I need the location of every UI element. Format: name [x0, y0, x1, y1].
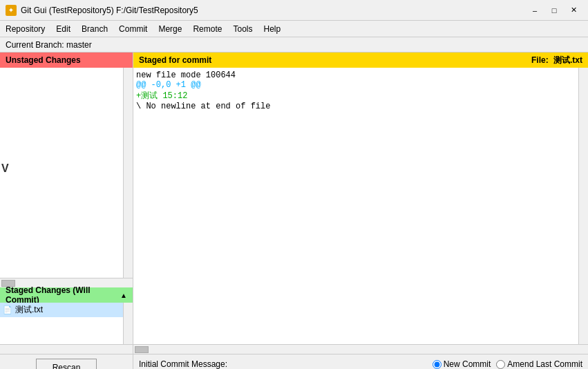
commit-msg-section: Initial Commit Message: New Commit Amend… [133, 354, 588, 369]
staged-vscroll[interactable] [123, 303, 133, 344]
diff-line-1: new file mode 100644 [136, 70, 585, 80]
buttons-panel: Rescan Stage Changed Sign Off Commit Pus… [0, 354, 133, 369]
staged-file-item[interactable]: 📄 测试.txt [0, 303, 133, 317]
amend-commit-option[interactable]: Amend Last Commit [496, 359, 582, 369]
v-marker: V [1, 162, 9, 175]
menu-branch[interactable]: Branch [76, 21, 113, 37]
new-commit-radio[interactable] [433, 360, 442, 369]
window-controls: – □ ✕ [526, 3, 582, 17]
main-layout: Unstaged Changes V Staged Changes (Will … [0, 53, 588, 354]
commit-msg-header: Initial Commit Message: New Commit Amend… [133, 354, 588, 369]
staged-hscroll[interactable] [0, 344, 133, 354]
commit-msg-label: Initial Commit Message: [139, 359, 227, 369]
menu-edit[interactable]: Edit [50, 21, 76, 37]
staged-commit-header: Staged for commit File: 测试.txt [133, 53, 588, 68]
unstaged-changes-header: Unstaged Changes [0, 53, 133, 68]
staged-filename: 测试.txt [15, 304, 43, 316]
file-info: File: 测试.txt [531, 55, 582, 66]
file-icon: 📄 [3, 305, 12, 314]
staged-commit-label: Staged for commit [139, 55, 211, 65]
staged-area[interactable]: 📄 测试.txt [0, 303, 133, 344]
diff-line-4: \ No newline at end of file [136, 102, 585, 111]
commit-type-group: New Commit Amend Last Commit [433, 359, 582, 369]
maximize-button[interactable]: □ [545, 3, 563, 17]
minimize-button[interactable]: – [526, 3, 544, 17]
menu-tools[interactable]: Tools [227, 21, 258, 37]
menu-commit[interactable]: Commit [113, 21, 153, 37]
staged-changes-header: Staged Changes (Will Commit) ▲ [0, 287, 133, 303]
amend-commit-radio[interactable] [496, 360, 505, 369]
unstaged-area[interactable]: V [0, 68, 133, 278]
diff-area[interactable]: new file mode 100644 @@ -0,0 +1 @@ +测试 1… [133, 68, 588, 344]
title-bar: ✦ Git Gui (TestRepository5) F:/Git/TestR… [0, 0, 588, 21]
right-panel: Staged for commit File: 测试.txt new file … [133, 53, 588, 354]
menu-repository[interactable]: Repository [0, 21, 50, 37]
menu-bar: Repository Edit Branch Commit Merge Remo… [0, 21, 588, 37]
diff-line-3: +测试 15:12 [136, 90, 585, 102]
branch-bar: Current Branch: master [0, 37, 588, 53]
new-commit-option[interactable]: New Commit [433, 359, 491, 369]
left-panel: Unstaged Changes V Staged Changes (Will … [0, 53, 133, 354]
window-title: Git Gui (TestRepository5) F:/Git/TestRep… [21, 6, 526, 15]
close-button[interactable]: ✕ [565, 3, 582, 17]
unstaged-vscroll[interactable] [123, 68, 133, 278]
diff-vscroll[interactable] [578, 68, 588, 344]
menu-merge[interactable]: Merge [153, 21, 187, 37]
current-branch-label: Current Branch: master [6, 40, 92, 50]
staged-scroll-up[interactable]: ▲ [120, 292, 127, 299]
menu-help[interactable]: Help [258, 21, 286, 37]
rescan-button[interactable]: Rescan [36, 359, 97, 369]
menu-remote[interactable]: Remote [187, 21, 227, 37]
bottom-section: Rescan Stage Changed Sign Off Commit Pus… [0, 354, 588, 369]
unstaged-content [0, 68, 133, 73]
diff-line-2: @@ -0,0 +1 @@ [136, 80, 585, 90]
diff-hscroll[interactable] [133, 344, 588, 354]
app-icon: ✦ [6, 5, 17, 16]
